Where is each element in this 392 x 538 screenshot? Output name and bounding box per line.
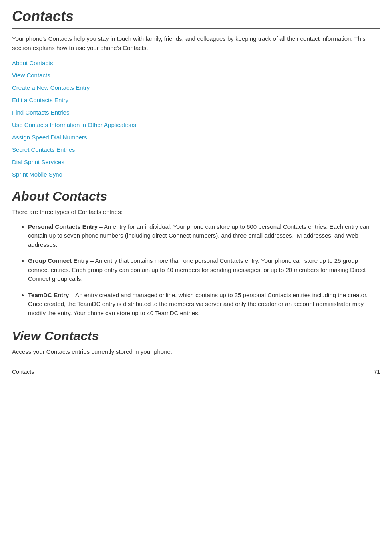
table-of-contents: About Contacts View Contacts Create a Ne… [12, 60, 380, 178]
intro-text: Your phone's Contacts help you stay in t… [12, 34, 380, 52]
toc-link-edit-contacts[interactable]: Edit a Contacts Entry [12, 97, 380, 103]
term-teamdc-text: – An entry created and managed online, w… [28, 292, 368, 316]
toc-link-find-contacts[interactable]: Find Contacts Entries [12, 109, 380, 116]
toc-link-secret-contacts[interactable]: Secret Contacts Entries [12, 146, 380, 153]
page-title: Contacts [12, 8, 380, 25]
toc-link-sprint-sync[interactable]: Sprint Mobile Sync [12, 171, 380, 178]
toc-link-create-contacts[interactable]: Create a New Contacts Entry [12, 84, 380, 91]
footer-label: Contacts [12, 369, 34, 375]
section-title-about: About Contacts [12, 189, 380, 204]
section-intro-view: Access your Contacts entries currently s… [12, 347, 380, 357]
list-item: TeamDC Entry – An entry created and mana… [28, 291, 380, 318]
toc-link-use-contacts[interactable]: Use Contacts Information in Other Applic… [12, 121, 380, 128]
footer-page-number: 71 [374, 369, 380, 375]
toc-link-about-contacts[interactable]: About Contacts [12, 60, 380, 66]
section-intro-about: There are three types of Contacts entrie… [12, 208, 380, 217]
page-footer: Contacts 71 [12, 369, 380, 375]
toc-link-dial-sprint[interactable]: Dial Sprint Services [12, 159, 380, 165]
term-personal: Personal Contacts Entry [28, 223, 98, 230]
section-view-contacts: View Contacts Access your Contacts entri… [12, 329, 380, 357]
list-item: Group Connect Entry – An entry that cont… [28, 256, 380, 284]
section-about-contacts: About Contacts There are three types of … [12, 189, 380, 318]
toc-link-speed-dial[interactable]: Assign Speed Dial Numbers [12, 134, 380, 141]
section-title-view: View Contacts [12, 329, 380, 343]
term-teamdc: TeamDC Entry [28, 292, 69, 298]
toc-link-view-contacts[interactable]: View Contacts [12, 72, 380, 79]
list-item: Personal Contacts Entry – An entry for a… [28, 222, 380, 250]
title-divider [12, 28, 380, 29]
term-group: Group Connect Entry [28, 257, 89, 264]
bullet-list-about: Personal Contacts Entry – An entry for a… [28, 222, 380, 318]
